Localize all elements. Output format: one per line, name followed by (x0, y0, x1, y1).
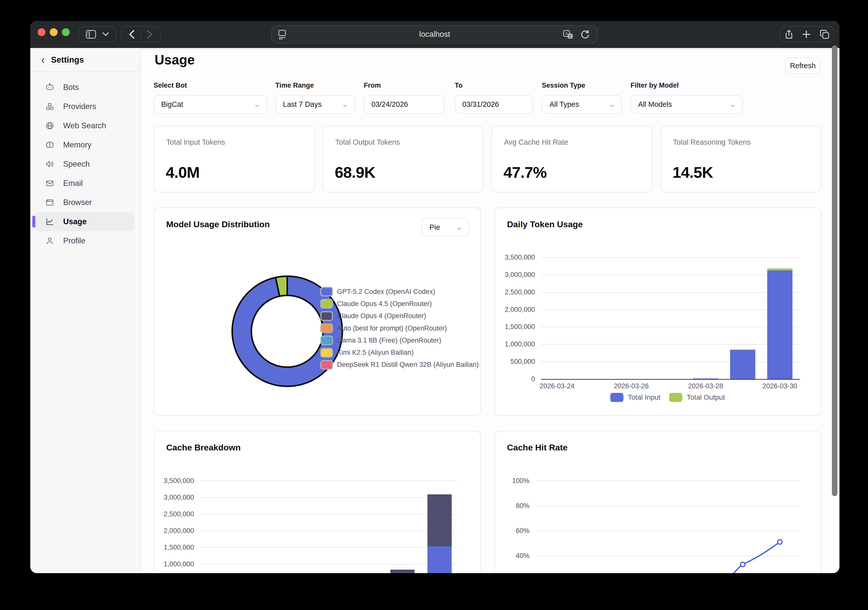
filter-label: Session Type (542, 82, 622, 89)
refresh-button[interactable]: Refresh (785, 57, 820, 74)
window-actions-group (780, 26, 834, 42)
settings-sidebar: ‹ Settings Bots Providers Web Search Mem… (30, 48, 141, 573)
page-title: Usage (155, 52, 195, 67)
usage-chart-icon (45, 217, 54, 226)
chevron-down-icon: ⌄ (253, 101, 261, 108)
time-range-select[interactable]: Last 7 Days ⌄ (275, 95, 355, 114)
chevron-down-icon: ⌄ (456, 223, 463, 231)
sidebar-item-memory[interactable]: Memory (35, 135, 134, 155)
filter-value: All Types (549, 100, 579, 108)
sidebar-item-email[interactable]: Email (35, 174, 134, 193)
x-axis-tick: 2026-03-26 (614, 382, 649, 390)
y-axis-tick: 3,500,000 (495, 254, 535, 261)
page-scrollbar[interactable] (832, 45, 837, 496)
stat-value: 4.0M (166, 163, 200, 181)
usage-page: Usage Refresh Select Bot BigCat ⌄ Time R… (141, 48, 839, 573)
stat-card-total-output-tokens: Total Output Tokens 68.9K (322, 125, 484, 192)
back-button-icon[interactable] (123, 30, 141, 39)
sidebar-item-label: Providers (63, 102, 96, 111)
legend-label: Llama 3.1 8B (Free) (OpenRouter) (337, 337, 441, 344)
sidebar-item-label: Usage (63, 217, 87, 226)
legend-item: GPT-5.2 Codex (OpenAI Codex) (320, 286, 479, 298)
filter-by-model-select[interactable]: All Models ⌄ (631, 95, 743, 114)
forward-button-icon[interactable] (141, 30, 159, 39)
stat-value: 14.5K (673, 163, 713, 181)
chevron-down-icon: ⌄ (608, 101, 616, 108)
sidebar-toggle-chevron-icon[interactable] (102, 33, 108, 36)
sidebar-item-usage[interactable]: Usage (35, 212, 134, 231)
legend-item: Claude Opus 4 (OpenRouter) (320, 310, 479, 322)
globe-icon (45, 121, 54, 130)
legend-item: Llama 3.1 8B (Free) (OpenRouter) (320, 334, 479, 347)
to-input[interactable]: 03/31/2026 (455, 95, 533, 114)
bar-segment[interactable] (693, 378, 718, 379)
y-axis-tick: 2,000,000 (154, 527, 194, 535)
filter-value: Last 7 Days (283, 100, 322, 108)
address-bar[interactable]: localhost A 文 (271, 25, 598, 43)
browser-titlebar: localhost A 文 (30, 21, 839, 48)
stat-value: 47.7% (504, 163, 547, 181)
chart-type-value: Pie (429, 223, 440, 232)
daily-token-usage-card: Daily Token Usage 3,500,0003,000,0002,50… (494, 207, 821, 416)
cache-breakdown-card: Cache Breakdown 3,500,0003,000,0002,500,… (153, 431, 481, 573)
close-window-button[interactable] (38, 28, 45, 36)
bar-segment[interactable] (730, 350, 755, 350)
sidebar-item-providers[interactable]: Providers (35, 97, 134, 116)
sidebar-toggle-icon[interactable] (86, 30, 96, 39)
bar-segment[interactable] (428, 547, 452, 573)
bar-segment[interactable] (767, 268, 792, 270)
sidebar-item-profile[interactable]: Profile (35, 231, 134, 251)
reload-icon[interactable] (580, 30, 590, 39)
legend-item: Claude Opus 4.5 (OpenRouter) (320, 298, 479, 310)
browser-window: localhost A 文 (30, 21, 839, 573)
memory-icon (45, 141, 54, 149)
nav-buttons-group (121, 26, 161, 42)
bar-segment[interactable] (428, 494, 452, 547)
zoom-window-button[interactable] (62, 28, 70, 36)
legend-swatch (320, 336, 333, 345)
sidebar-item-bots[interactable]: Bots (35, 78, 134, 97)
y-axis-tick: 2,500,000 (154, 510, 194, 518)
bar-segment[interactable] (390, 570, 415, 573)
y-axis-tick: 1,500,000 (154, 543, 194, 551)
legend-label: Total Output (687, 393, 725, 401)
legend-label: GPT-5.2 Codex (OpenAI Codex) (337, 288, 435, 296)
filter-label: Filter by Model (631, 82, 743, 89)
svg-text:A: A (565, 31, 568, 36)
minimize-window-button[interactable] (50, 28, 57, 36)
filter-time-range: Time Range Last 7 Days ⌄ (275, 82, 355, 114)
filter-value: 03/31/2026 (462, 100, 499, 108)
bot-icon (45, 83, 54, 92)
stat-label: Total Reasoning Tokens (673, 138, 750, 146)
sidebar-item-label: Browser (63, 198, 92, 207)
providers-icon (45, 102, 54, 111)
model-usage-card: Model Usage Distribution Pie ⌄ GPT-5.2 C… (153, 207, 481, 416)
y-axis-tick: 2,000,000 (495, 305, 535, 313)
filter-filter-by-model: Filter by Model All Models ⌄ (631, 82, 743, 114)
share-icon[interactable] (785, 29, 793, 39)
sidebar-item-label: Web Search (63, 121, 106, 130)
filter-value: 03/24/2026 (371, 100, 408, 108)
filter-to: To 03/31/2026 (455, 82, 533, 114)
chart-type-select[interactable]: Pie ⌄ (422, 218, 469, 237)
cache-hit-rate-card: Cache Hit Rate 100%80%60%40% (494, 431, 821, 573)
from-input[interactable]: 03/24/2026 (364, 95, 445, 114)
filter-from: From 03/24/2026 (364, 82, 445, 114)
y-axis-tick: 2,500,000 (495, 288, 535, 296)
sidebar-item-browser[interactable]: Browser (35, 193, 134, 212)
sidebar-item-speech[interactable]: Speech (35, 155, 134, 174)
sidebar-item-web-search[interactable]: Web Search (35, 116, 134, 135)
back-chevron-icon[interactable]: ‹ (42, 54, 45, 65)
translate-icon[interactable]: A 文 (563, 30, 573, 39)
x-axis-tick: 2026-03-30 (763, 382, 797, 390)
session-type-select[interactable]: All Types ⌄ (542, 95, 622, 114)
tab-overview-icon[interactable] (820, 30, 829, 39)
select-bot-select[interactable]: BigCat ⌄ (153, 95, 267, 114)
filter-select-bot: Select Bot BigCat ⌄ (153, 82, 267, 114)
bar-segment[interactable] (730, 350, 755, 379)
sidebar-item-label: Speech (63, 159, 90, 169)
stat-card-avg-cache-hit-rate: Avg Cache Hit Rate 47.7% (491, 125, 653, 192)
bar-segment[interactable] (767, 270, 792, 379)
new-tab-icon[interactable] (802, 30, 811, 39)
speech-icon (45, 160, 54, 169)
